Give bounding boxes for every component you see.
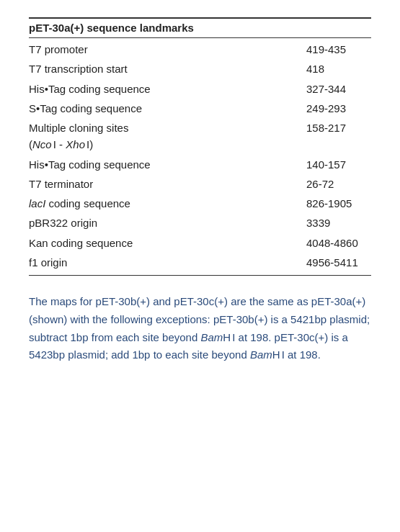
description-text: The maps for pET-30b(+) and pET-30c(+) a…: [29, 293, 371, 364]
row-label-f1-origin: f1 origin: [29, 254, 306, 271]
row-value-pbr322: 3339: [306, 215, 371, 231]
table-row: T7 transcription start 418: [29, 59, 371, 78]
row-value-laci: 826-1905: [306, 195, 371, 212]
table-title: pET-30a(+) sequence landmarks: [29, 22, 194, 34]
row-label-s-tag: S•Tag coding sequence: [29, 100, 306, 117]
row-value-mcs: 158-217: [306, 120, 371, 136]
table-row: T7 promoter 419-435: [29, 40, 371, 59]
table-row-mcs: Multiple cloning sites (Nco I - Xho I) 1…: [29, 118, 371, 155]
table-row: lacI coding sequence 826-1905: [29, 194, 371, 213]
table-header-row: pET-30a(+) sequence landmarks: [29, 17, 371, 38]
row-label-t7-transcription: T7 transcription start: [29, 60, 306, 77]
row-label-t7-promoter: T7 promoter: [29, 41, 306, 58]
row-value-t7-transcription: 418: [306, 60, 371, 77]
table-row: Kan coding sequence 4048-4860: [29, 233, 371, 253]
row-value-t7-terminator: 26-72: [306, 176, 371, 192]
row-label-kan: Kan coding sequence: [29, 235, 306, 251]
row-value-kan: 4048-4860: [306, 235, 371, 251]
row-value-t7-promoter: 419-435: [306, 41, 371, 58]
table-body: T7 promoter 419-435 T7 transcription sta…: [29, 40, 371, 276]
row-value-his-tag-2: 140-157: [306, 156, 371, 173]
row-value-s-tag: 249-293: [306, 100, 371, 117]
landmarks-table: pET-30a(+) sequence landmarks T7 promote…: [29, 17, 371, 276]
row-value-f1-origin: 4956-5411: [306, 254, 371, 271]
row-value-his-tag-1: 327-344: [306, 81, 371, 97]
table-row: His•Tag coding sequence 140-157: [29, 155, 371, 174]
row-label-his-tag-2: His•Tag coding sequence: [29, 156, 306, 173]
page-container: pET-30a(+) sequence landmarks T7 promote…: [0, 0, 400, 532]
row-label-pbr322: pBR322 origin: [29, 215, 306, 231]
table-row: S•Tag coding sequence 249-293: [29, 99, 371, 118]
mcs-line1: Multiple cloning sites: [29, 120, 299, 136]
mcs-line2: (Nco I - Xho I): [29, 136, 299, 153]
table-row: pBR322 origin 3339: [29, 213, 371, 233]
row-label-t7-terminator: T7 terminator: [29, 176, 306, 192]
row-label-laci: lacI coding sequence: [29, 195, 306, 212]
row-label-his-tag-1: His•Tag coding sequence: [29, 81, 306, 97]
table-row: f1 origin 4956-5411: [29, 253, 371, 272]
description-section: The maps for pET-30b(+) and pET-30c(+) a…: [29, 293, 371, 364]
table-row: His•Tag coding sequence 327-344: [29, 79, 371, 99]
table-row: T7 terminator 26-72: [29, 174, 371, 194]
row-label-mcs: Multiple cloning sites (Nco I - Xho I): [29, 120, 306, 153]
